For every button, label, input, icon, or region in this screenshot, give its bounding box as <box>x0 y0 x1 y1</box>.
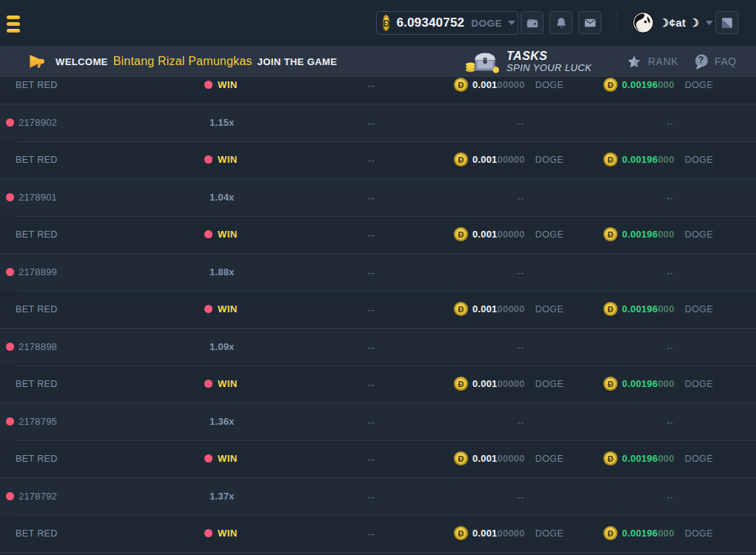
bell-icon <box>555 16 568 30</box>
win-currency: DOGE <box>685 454 713 464</box>
bet-type-label: BET RED <box>16 379 58 389</box>
empty-value: -- <box>517 118 523 127</box>
empty-value: -- <box>368 454 375 463</box>
red-dot-icon <box>6 492 14 500</box>
dogecoin-icon: Ð <box>454 451 468 465</box>
bet-row[interactable]: BET RED WIN -- Ð 0.00100000 DOGE Ð 0.001… <box>0 440 756 478</box>
dogecoin-icon: Ð <box>603 227 618 241</box>
bet-amount-zeros: 00000 <box>498 154 525 165</box>
bet-row[interactable]: BET RED WIN -- Ð 0.00100000 DOGE Ð 0.001… <box>0 291 756 329</box>
round-row[interactable]: 2178899 1.88x -- -- -- <box>0 253 756 291</box>
red-dot-icon <box>204 230 213 238</box>
win-amount-zeros: 000 <box>658 453 674 464</box>
rank-label: RANK <box>648 56 678 67</box>
bet-amount-zeros: 00000 <box>498 378 525 389</box>
red-dot-icon <box>204 305 213 313</box>
win-amount: 0.00196 <box>622 528 658 539</box>
round-id: 2178792 <box>19 491 57 502</box>
faq-link[interactable]: ? FAQ <box>695 46 737 77</box>
empty-value: -- <box>368 268 375 277</box>
win-currency: DOGE <box>685 155 713 165</box>
dogecoin-icon: Ð <box>454 526 468 540</box>
bet-amount: 0.001 <box>472 378 498 389</box>
notifications-button[interactable] <box>549 11 572 34</box>
bet-type-label: BET RED <box>16 229 58 240</box>
user-menu[interactable]: ☽¢at ☽ <box>659 0 713 46</box>
empty-value: -- <box>368 81 375 90</box>
welcome-prefix: WELCOME <box>56 56 108 67</box>
win-amount-zeros: 000 <box>658 154 674 165</box>
win-amount-zeros: 000 <box>658 528 674 539</box>
top-bar: Ð 6.09340752 DOGE ☽¢at <box>0 0 756 46</box>
dogecoin-icon: Ð <box>454 78 468 92</box>
outcome-label: WIN <box>218 303 237 314</box>
red-dot-icon <box>6 343 14 351</box>
bet-amount: 0.001 <box>472 229 498 240</box>
round-row[interactable]: 2178902 1.15x -- -- -- <box>0 104 756 141</box>
dogecoin-icon: Ð <box>603 302 618 316</box>
win-amount: 0.00196 <box>622 229 658 240</box>
empty-value: -- <box>666 343 673 352</box>
round-row[interactable]: 2178795 1.36x -- -- -- <box>0 403 756 440</box>
empty-value: -- <box>666 417 673 426</box>
username: ☽¢at ☽ <box>659 16 700 30</box>
welcome-player-name: Bintang Rizal Pamungkas <box>113 55 252 68</box>
balance-amount: 6.09340752 <box>396 16 464 30</box>
win-currency: DOGE <box>685 80 713 90</box>
bet-type-label: BET RED <box>16 454 58 464</box>
win-amount: 0.00196 <box>622 303 658 314</box>
welcome-message: WELCOME Bintang Rizal Pamungkas JOIN THE… <box>56 46 337 77</box>
avatar[interactable] <box>632 12 654 33</box>
round-id: 2178899 <box>19 266 57 278</box>
empty-value: -- <box>368 380 375 388</box>
rank-link[interactable]: RANK <box>626 46 678 77</box>
empty-value: -- <box>368 529 375 538</box>
wallet-icon <box>526 16 539 30</box>
treasure-chest-icon <box>465 49 501 74</box>
dogecoin-icon: Ð <box>454 152 468 166</box>
win-amount-zeros: 000 <box>658 229 674 240</box>
win-amount: 0.00196 <box>622 453 658 464</box>
bet-amount-zeros: 00000 <box>498 453 525 464</box>
wallet-button[interactable] <box>521 11 543 34</box>
round-row[interactable] <box>0 552 756 555</box>
outcome-label: WIN <box>218 229 237 240</box>
announcement-bar: WELCOME Bintang Rizal Pamungkas JOIN THE… <box>0 46 756 77</box>
outcome-label: WIN <box>218 378 237 389</box>
round-row[interactable]: 2178898 1.09x -- -- -- <box>0 328 756 366</box>
empty-value: -- <box>368 417 375 426</box>
dogecoin-icon: Ð <box>603 78 618 92</box>
outcome-label: WIN <box>218 154 237 165</box>
round-row[interactable]: 2178901 1.04x -- -- -- <box>0 178 756 216</box>
bet-amount-zeros: 00000 <box>498 79 525 90</box>
win-amount-zeros: 000 <box>658 378 674 389</box>
round-multiplier: 1.15x <box>210 117 235 128</box>
chat-toggle-button[interactable] <box>715 11 738 34</box>
dogecoin-icon: Ð <box>603 377 618 391</box>
bet-row[interactable]: BET RED WIN -- Ð 0.00100000 DOGE Ð 0.001… <box>0 77 756 104</box>
round-id: 2178795 <box>19 416 57 427</box>
bet-amount: 0.001 <box>472 528 498 539</box>
chevron-down-icon <box>508 21 515 25</box>
menu-hamburger-icon[interactable] <box>7 16 21 33</box>
messages-button[interactable] <box>578 11 601 34</box>
win-amount: 0.00196 <box>622 378 658 389</box>
round-multiplier: 1.36x <box>210 416 235 427</box>
empty-value: -- <box>517 193 523 202</box>
bet-row[interactable]: BET RED WIN -- Ð 0.00100000 DOGE Ð 0.001… <box>0 366 756 403</box>
question-icon: ? <box>695 54 709 70</box>
bet-row[interactable]: BET RED WIN -- Ð 0.00100000 DOGE Ð 0.001… <box>0 515 756 553</box>
dogecoin-icon: Ð <box>454 227 468 241</box>
empty-value: -- <box>517 492 523 501</box>
bet-row[interactable]: BET RED WIN -- Ð 0.00100000 DOGE Ð 0.001… <box>0 141 756 179</box>
bet-currency: DOGE <box>535 379 563 389</box>
round-row[interactable]: 2178792 1.37x -- -- -- <box>0 477 756 515</box>
tasks-link[interactable]: TASKS SPIN YOUR LUCK <box>465 46 592 77</box>
bet-row[interactable]: BET RED WIN -- Ð 0.00100000 DOGE Ð 0.001… <box>0 216 756 254</box>
balance-dropdown[interactable]: Ð 6.09340752 DOGE <box>376 11 518 35</box>
round-multiplier: 1.37x <box>210 491 235 502</box>
empty-value: -- <box>517 417 523 426</box>
dogecoin-icon: Ð <box>603 451 618 465</box>
win-amount: 0.00196 <box>622 79 658 90</box>
chat-panel-icon <box>720 16 734 30</box>
